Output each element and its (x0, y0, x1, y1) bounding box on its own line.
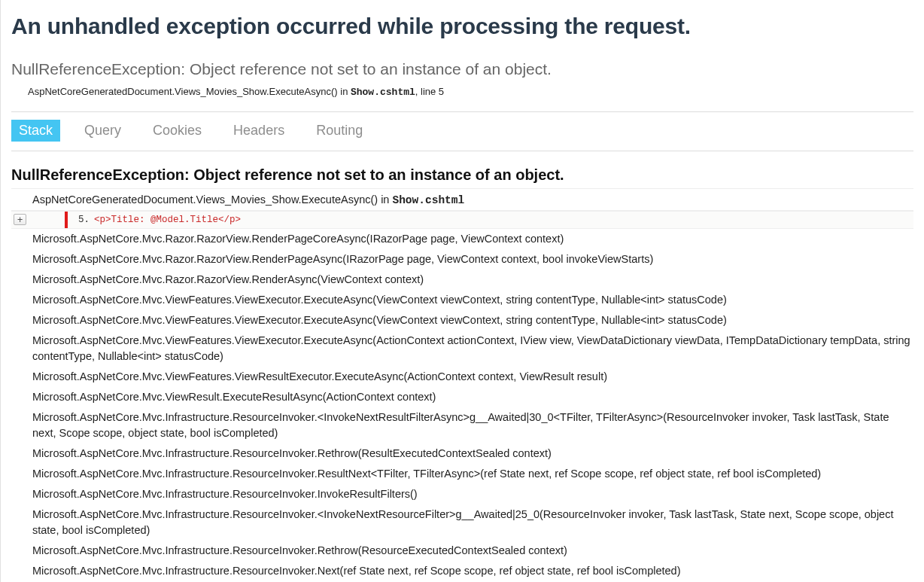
stack-frame[interactable]: Microsoft.AspNetCore.Mvc.ViewResult.Exec… (11, 387, 913, 407)
stack-trace: AspNetCoreGeneratedDocument.Views_Movies… (11, 188, 913, 581)
tab-stack[interactable]: Stack (11, 120, 60, 142)
expand-source-button[interactable]: + (14, 214, 26, 225)
exception-detail-heading: NullReferenceException: Object reference… (11, 166, 913, 184)
stack-frame[interactable]: Microsoft.AspNetCore.Mvc.ViewFeatures.Vi… (11, 367, 913, 387)
source-line-number: 5. (78, 215, 94, 225)
frame-method: AspNetCoreGeneratedDocument.Views_Movies… (32, 193, 392, 206)
top-frame-method: AspNetCoreGeneratedDocument.Views_Movies… (28, 86, 351, 97)
tab-query[interactable]: Query (77, 120, 129, 142)
stack-frame[interactable]: Microsoft.AspNetCore.Mvc.Infrastructure.… (11, 443, 913, 464)
source-error-marker (65, 212, 68, 228)
source-code: <p>Title: @Model.Title</p> (94, 215, 241, 225)
stack-frame[interactable]: Microsoft.AspNetCore.Mvc.Razor.RazorView… (11, 229, 913, 249)
source-line: + 5. <p>Title: @Model.Title</p> (11, 211, 913, 229)
tab-routing[interactable]: Routing (309, 120, 370, 142)
tab-cookies[interactable]: Cookies (145, 120, 209, 142)
stack-frame[interactable]: Microsoft.AspNetCore.Mvc.Razor.RazorView… (11, 270, 913, 290)
error-page: An unhandled exception occurred while pr… (0, 0, 924, 582)
stack-frame[interactable]: Microsoft.AspNetCore.Mvc.Razor.RazorView… (11, 249, 913, 270)
stack-frame[interactable]: Microsoft.AspNetCore.Mvc.Infrastructure.… (11, 484, 913, 504)
stack-frame[interactable]: Microsoft.AspNetCore.Mvc.Infrastructure.… (11, 407, 913, 443)
stack-frame[interactable]: Microsoft.AspNetCore.Mvc.Infrastructure.… (11, 464, 913, 484)
stack-frame-first[interactable]: AspNetCoreGeneratedDocument.Views_Movies… (11, 189, 913, 211)
stack-frame[interactable]: Microsoft.AspNetCore.Mvc.Infrastructure.… (11, 561, 913, 581)
stack-frame[interactable]: Microsoft.AspNetCore.Mvc.ViewFeatures.Vi… (11, 310, 913, 331)
stack-frame[interactable]: Microsoft.AspNetCore.Mvc.Infrastructure.… (11, 541, 913, 561)
tab-headers[interactable]: Headers (226, 120, 292, 142)
frame-file: Show.cshtml (392, 194, 464, 206)
top-frame-file: Show.cshtml (351, 87, 415, 98)
tab-bar: Stack Query Cookies Headers Routing (11, 112, 913, 151)
source-gutter (31, 212, 65, 228)
exception-top-frame: AspNetCoreGeneratedDocument.Views_Movies… (28, 86, 913, 111)
page-title: An unhandled exception occurred while pr… (11, 14, 913, 39)
stack-frame[interactable]: Microsoft.AspNetCore.Mvc.Infrastructure.… (11, 504, 913, 541)
stack-frame[interactable]: Microsoft.AspNetCore.Mvc.ViewFeatures.Vi… (11, 290, 913, 310)
stack-frame[interactable]: Microsoft.AspNetCore.Mvc.ViewFeatures.Vi… (11, 331, 913, 367)
exception-summary: NullReferenceException: Object reference… (11, 60, 913, 78)
top-frame-line: , line 5 (415, 86, 444, 97)
